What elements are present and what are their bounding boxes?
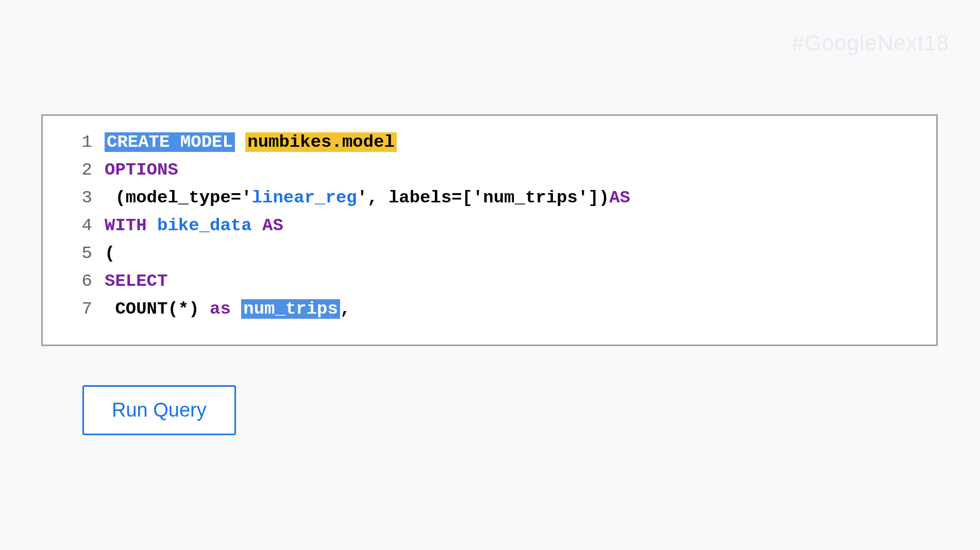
- create-model-keyword: CREATE MODEL: [105, 132, 235, 152]
- label-value: num_trips: [483, 188, 578, 208]
- options-keyword: OPTIONS: [105, 160, 178, 180]
- line-number: 5: [43, 244, 105, 263]
- line-number: 3: [43, 188, 105, 208]
- as-keyword: as: [210, 299, 231, 319]
- line-number: 2: [43, 160, 105, 180]
- code-line-4: 4 WITH bike_data AS: [43, 212, 936, 239]
- code-text: ', labels=[': [357, 188, 483, 208]
- sql-editor[interactable]: 1 CREATE MODEL numbikes.model 2 OPTIONS …: [41, 114, 938, 346]
- model-type-value: linear_reg: [252, 188, 357, 208]
- paren: (: [105, 244, 115, 263]
- code-line-6: 6 SELECT: [43, 267, 936, 295]
- code-line-2: 2 OPTIONS: [43, 156, 936, 184]
- as-keyword: AS: [609, 188, 630, 208]
- num-trips-alias: num_trips: [241, 299, 340, 319]
- code-text: (model_type=': [105, 188, 252, 208]
- line-number: 7: [43, 299, 105, 319]
- model-name: numbikes.model: [245, 132, 397, 152]
- line-number: 1: [43, 132, 105, 152]
- code-text: ']): [578, 188, 609, 208]
- count-func: COUNT(*): [105, 299, 210, 319]
- with-keyword: WITH: [105, 216, 147, 235]
- watermark-text: #GoogleNext18: [792, 31, 949, 56]
- line-number: 4: [43, 216, 105, 235]
- code-line-1: 1 CREATE MODEL numbikes.model: [43, 128, 936, 156]
- as-keyword: AS: [262, 216, 283, 235]
- code-line-5: 5 (: [43, 239, 936, 267]
- cte-name: bike_data: [157, 216, 252, 235]
- comma: ,: [340, 299, 350, 319]
- line-number: 6: [43, 271, 105, 291]
- select-keyword: SELECT: [105, 271, 167, 291]
- run-query-button[interactable]: Run Query: [82, 385, 236, 435]
- code-line-3: 3 (model_type=' linear_reg ', labels=[' …: [43, 184, 936, 212]
- code-line-7: 7 COUNT(*) as num_trips ,: [43, 295, 936, 323]
